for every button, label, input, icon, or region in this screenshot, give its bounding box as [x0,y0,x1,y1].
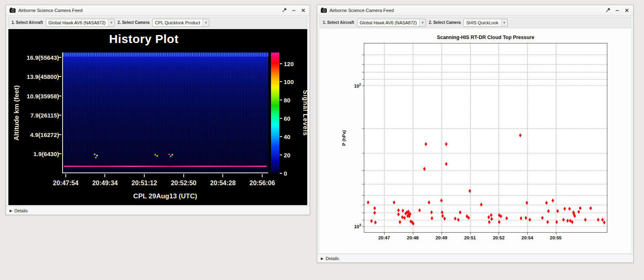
x-tick-mark [442,232,442,235]
cloud-speck [169,154,170,155]
close-icon[interactable] [624,8,630,13]
camera-select[interactable]: CPL Quicklook Product ▼ [152,19,209,27]
chevron-down-icon[interactable]: ▼ [108,19,114,26]
y-tick-mark [362,226,364,227]
minimize-icon[interactable] [291,8,296,13]
y-tick-mark [59,115,61,116]
data-point [428,200,430,204]
y-tick-mark [362,205,364,205]
y-tick-label: 7.9(26115) [30,112,59,119]
y-tick-mark [362,55,364,55]
aircraft-select[interactable]: Global Hawk AV6 (NASA872) ▼ [46,19,115,27]
cloud-speck [94,154,95,155]
x-gridline [384,43,385,232]
details-expander[interactable]: ▶ Details [6,206,310,215]
chevron-down-icon[interactable]: ▼ [202,19,209,26]
y-tick-mark [362,195,364,196]
data-point [528,218,531,222]
details-expander[interactable]: ▶ Details [317,254,633,262]
close-icon[interactable] [300,8,306,13]
colorbar-label: Signal Levels [300,53,307,173]
x-gridline [413,43,413,232]
colorbar-tick [280,100,282,100]
data-point [374,221,377,225]
minimize-icon[interactable] [615,8,620,13]
x-tick-label: 20:56:06 [249,180,275,187]
data-point [519,133,522,137]
window-titlebar: Airborne Science Camera Feed [317,5,633,16]
settings-wrench-icon[interactable] [605,8,611,13]
y-gridline [364,184,607,184]
colorbar-tick [280,173,282,174]
chevron-down-icon[interactable]: ▼ [419,19,426,26]
heatmap-field [62,53,268,173]
x-tick-mark [222,174,223,177]
colorbar-tick [280,63,282,64]
feed-toolbar: 1. Select Aircraft Global Hawk AV6 (NASA… [8,17,307,28]
y-tick-label: 13.9(45800) [27,73,59,80]
aircraft-label: 1. Select Aircraft [12,20,43,25]
x-tick-label: 20:54 [522,235,533,240]
y-tick-mark [59,153,61,154]
data-point [597,218,600,222]
y-tick-mark [362,170,364,171]
y-gridline [364,72,607,72]
x-tick-mark [470,232,471,235]
aircraft-select[interactable]: Global Hawk AV6 (NASA872) ▼ [357,19,426,27]
data-point [488,220,491,224]
colorbar-tick [280,136,282,137]
cloud-speck [170,156,171,157]
y-gridline [364,64,607,65]
x-tick-label: 20:55 [550,235,562,240]
y-gridline [364,205,607,205]
x-gridline [556,43,556,232]
expander-arrow-icon: ▶ [321,257,324,260]
expander-arrow-icon: ▶ [10,209,12,213]
colorbar-tick [280,155,282,155]
x-tick-mark [262,174,263,177]
data-point [401,215,404,219]
data-point [601,218,604,222]
data-point [445,162,448,166]
camera-select[interactable]: SHIS QuickLook ▼ [463,19,508,27]
data-point [568,207,571,211]
x-tick-label: 20:48 [407,235,418,240]
y-tick-label: 4.9(16272) [30,131,59,138]
window-titlebar: Airborne Science Camera Feed [6,5,310,16]
y-tick-label: 1.9(6430) [33,150,59,157]
y-tick-mark [362,213,364,213]
x-tick-label: 20:47 [378,235,390,240]
y-gridline [364,128,607,129]
x-gridline [470,43,471,232]
y-axis-label: Altitude km (feet) [12,53,21,173]
y-gridline [364,55,607,55]
data-point [480,203,483,207]
data-point [468,189,471,193]
colorbar-tick-label: 60 [284,115,291,122]
x-tick-mark [384,232,385,235]
chevron-down-icon[interactable]: ▼ [501,19,507,26]
settings-wrench-icon[interactable] [281,8,287,13]
feed-toolbar: 1. Select Aircraft Global Hawk AV6 (NASA… [320,17,631,28]
data-point [498,220,501,224]
data-point [445,142,448,146]
y-gridline [364,213,607,213]
x-gridline [442,43,442,232]
window-title: Airborne Science Camera Feed [330,8,605,13]
colorbar-tick-label: 100 [284,78,294,85]
data-point [373,206,376,210]
y-tick-mark [362,128,364,129]
x-tick-label: 20:49 [436,235,447,240]
data-point [440,199,443,203]
y-major-tick-label: 103 [354,223,361,229]
x-tick-label: 20:54:28 [210,180,236,187]
y-tick-mark [362,79,364,80]
y-tick-mark [362,184,364,184]
plot-title: Scanning-HIS RT-DR Cloud Top Pressure [364,35,607,40]
camera-label: 2. Select Camera [118,20,149,25]
data-point [589,206,592,210]
data-point [373,211,376,215]
shis-feed-window: Airborne Science Camera Feed 1. Select A… [317,5,634,263]
y-tick-mark [59,96,61,96]
data-point [430,210,433,214]
